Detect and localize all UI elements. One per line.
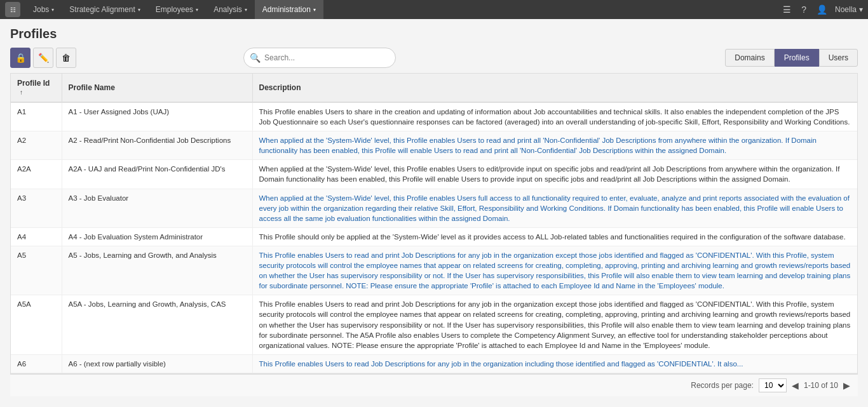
delete-profile-button[interactable]: 🗑 — [56, 48, 76, 68]
sort-icon: ↑ — [20, 89, 23, 96]
cell-id: A1 — [11, 102, 62, 131]
table-row: A5AA5A - Jobs, Learning and Growth, Anal… — [11, 295, 857, 354]
lock-icon: 🔒 — [15, 53, 26, 63]
table-row: A2A2 - Read/Print Non-Confidential Job D… — [11, 131, 857, 160]
edit-icon: ✏️ — [38, 53, 49, 63]
nav-item-strategic-alignment[interactable]: Strategic Alignment ▾ — [62, 0, 147, 19]
page-content: Profiles 🔒 ✏️ 🗑 🔍 Domains Profiles Users — [0, 19, 868, 404]
cell-description: When applied at the 'System-Wide' level,… — [252, 131, 857, 160]
search-input[interactable] — [243, 48, 396, 68]
cell-id: A5A — [11, 295, 62, 354]
cell-description: This Profile enables Users to share in t… — [252, 102, 857, 131]
nav-label-analysis: Analysis — [214, 5, 242, 14]
nav-label-strategic-alignment: Strategic Alignment — [69, 5, 135, 14]
cell-id: A4 — [11, 227, 62, 246]
tab-users[interactable]: Users — [819, 49, 858, 67]
delete-icon: 🗑 — [62, 53, 71, 63]
cell-id: A5 — [11, 246, 62, 295]
toolbar-buttons: 🔒 ✏️ 🗑 — [10, 48, 76, 68]
cell-description: When applied at the 'System-Wide' level,… — [252, 160, 857, 189]
table-row: A3A3 - Job EvaluatorWhen applied at the … — [11, 189, 857, 227]
chevron-down-icon: ▾ — [196, 7, 198, 13]
column-header-id[interactable]: Profile Id ↑ — [11, 74, 62, 102]
toolbar: 🔒 ✏️ 🗑 🔍 Domains Profiles Users — [10, 48, 858, 68]
table-row: A5A5 - Jobs, Learning and Growth, and An… — [11, 246, 857, 295]
nav-right-controls: ☰ ? 👤 Noella ▾ — [780, 4, 863, 15]
tab-domains[interactable]: Domains — [725, 49, 774, 67]
column-header-description[interactable]: Description — [252, 74, 857, 102]
nav-item-employees[interactable]: Employees ▾ — [148, 0, 206, 19]
cell-name: A1 - User Assigned Jobs (UAJ) — [62, 102, 252, 131]
profiles-table-container: Profile Id ↑ Profile Name Description A1… — [10, 73, 858, 374]
user-name[interactable]: Noella ▾ — [835, 5, 863, 14]
top-navigation: ☷ Jobs ▾ Strategic Alignment ▾ Employees… — [0, 0, 868, 19]
tab-profiles[interactable]: Profiles — [775, 49, 819, 67]
page-title: Profiles — [10, 27, 858, 41]
cell-name: A6 - (next row partially visible) — [62, 354, 252, 373]
cell-id: A2A — [11, 160, 62, 189]
tab-buttons: Domains Profiles Users — [725, 49, 858, 67]
cell-name: A2 - Read/Print Non-Confidential Job Des… — [62, 131, 252, 160]
cell-id: A2 — [11, 131, 62, 160]
prev-page-button[interactable]: ◀ — [792, 380, 799, 390]
user-icon[interactable]: 👤 — [814, 4, 830, 15]
help-icon[interactable]: ? — [799, 4, 809, 15]
nav-label-administration: Administration — [262, 5, 311, 14]
nav-item-analysis[interactable]: Analysis ▾ — [206, 0, 255, 19]
nav-label-jobs: Jobs — [33, 5, 49, 14]
table-body: A1A1 - User Assigned Jobs (UAJ)This Prof… — [11, 102, 857, 373]
records-per-page-label: Records per page: — [691, 381, 754, 390]
cell-id: A3 — [11, 189, 62, 227]
cell-name: A2A - UAJ and Read/Print Non-Confidentia… — [62, 160, 252, 189]
cell-description: This Profile enables Users to read and p… — [252, 246, 857, 295]
cell-id: A6 — [11, 354, 62, 373]
cell-name: A4 - Job Evaluation System Administrator — [62, 227, 252, 246]
table-row: A2AA2A - UAJ and Read/Print Non-Confiden… — [11, 160, 857, 189]
table-row: A4A4 - Job Evaluation System Administrat… — [11, 227, 857, 246]
app-logo[interactable]: ☷ — [5, 2, 20, 17]
cell-description: This Profile enables Users to read Job D… — [252, 354, 857, 373]
records-per-page-select[interactable]: 10 25 50 — [759, 378, 787, 392]
table-row: A1A1 - User Assigned Jobs (UAJ)This Prof… — [11, 102, 857, 131]
cell-description: When applied at the 'System-Wide' level,… — [252, 189, 857, 227]
table-header: Profile Id ↑ Profile Name Description — [11, 74, 857, 102]
nav-items: Jobs ▾ Strategic Alignment ▾ Employees ▾… — [25, 0, 780, 19]
nav-label-employees: Employees — [156, 5, 193, 14]
cell-description: This Profile enables Users to read and p… — [252, 295, 857, 354]
add-profile-button[interactable]: 🔒 — [10, 48, 31, 68]
chevron-down-icon: ▾ — [859, 5, 863, 14]
table-row: A6A6 - (next row partially visible)This … — [11, 354, 857, 373]
nav-item-administration[interactable]: Administration ▾ — [255, 0, 323, 19]
search-icon: 🔍 — [250, 53, 261, 63]
cell-name: A5A - Jobs, Learning and Growth, Analysi… — [62, 295, 252, 354]
cell-name: A5 - Jobs, Learning and Growth, and Anal… — [62, 246, 252, 295]
profiles-table: Profile Id ↑ Profile Name Description A1… — [11, 74, 857, 373]
chevron-down-icon: ▾ — [313, 7, 316, 13]
column-header-name[interactable]: Profile Name — [62, 74, 252, 102]
nav-item-jobs[interactable]: Jobs ▾ — [25, 0, 62, 19]
edit-profile-button[interactable]: ✏️ — [33, 48, 53, 68]
cell-description: This Profile should only be applied at t… — [252, 227, 857, 246]
cell-name: A3 - Job Evaluator — [62, 189, 252, 227]
chevron-down-icon: ▾ — [51, 7, 54, 13]
menu-icon[interactable]: ☰ — [780, 4, 794, 15]
chevron-down-icon: ▾ — [245, 7, 247, 13]
chevron-down-icon: ▾ — [138, 7, 140, 13]
search-box: 🔍 — [243, 48, 396, 68]
next-page-button[interactable]: ▶ — [843, 380, 850, 390]
table-footer: Records per page: 10 25 50 ◀ 1-10 of 10 … — [10, 374, 858, 396]
page-range: 1-10 of 10 — [804, 381, 838, 390]
